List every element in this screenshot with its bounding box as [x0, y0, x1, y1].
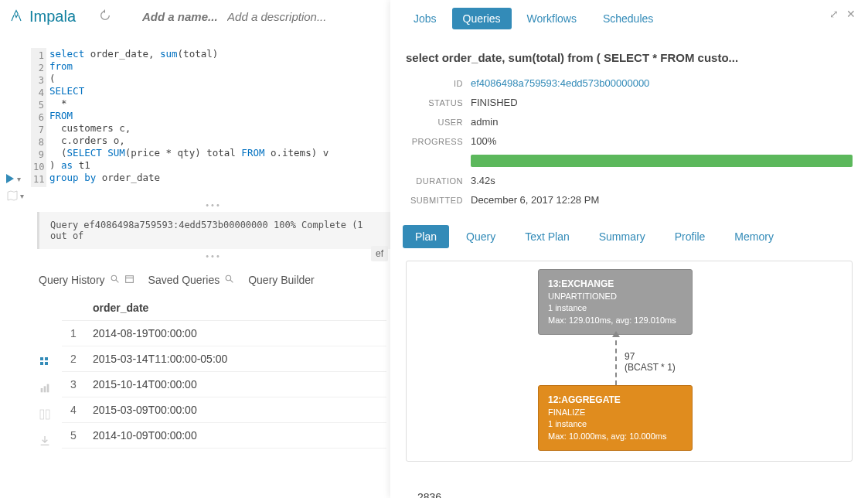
svg-point-0 — [111, 275, 117, 281]
detail-subtabs: Plan Query Text Plan Summary Profile Mem… — [390, 213, 868, 254]
line-gutter: 1234567891011 — [31, 48, 46, 187]
query-detail-panel: Jobs Queries Workflows Schedules ⤢ ✕ sel… — [390, 0, 868, 498]
tab-queries[interactable]: Queries — [452, 8, 512, 29]
download-icon[interactable] — [39, 435, 51, 450]
svg-rect-9 — [45, 362, 48, 365]
expand-icon[interactable]: ⤢ — [829, 8, 839, 20]
code-area[interactable]: select order_date, sum(total) from ( SEL… — [49, 48, 390, 184]
query-id-chip[interactable]: ef — [371, 246, 388, 261]
chevron-down-icon: ▾ — [20, 192, 24, 200]
col-header[interactable]: order_date — [85, 295, 386, 321]
tab-query-history[interactable]: Query History — [39, 271, 134, 289]
description-input[interactable] — [227, 10, 343, 23]
app-header: Impala — [0, 0, 390, 32]
results-table: order_date 12014-08-19T00:00:0022015-03-… — [62, 295, 386, 449]
map-icon — [6, 189, 19, 202]
columns-icon[interactable] — [39, 408, 51, 424]
run-controls: ▾ ▾ — [6, 174, 24, 202]
table-row[interactable]: 52014-10-09T00:00:00 — [62, 423, 386, 449]
status-value: FINISHED — [471, 97, 518, 108]
table-row[interactable]: 32015-10-14T00:00:00 — [62, 372, 386, 397]
svg-rect-11 — [44, 386, 46, 392]
search-icon[interactable] — [224, 274, 234, 286]
play-icon — [6, 174, 14, 183]
svg-rect-2 — [125, 276, 133, 283]
svg-rect-6 — [40, 357, 43, 360]
user-value: admin — [471, 116, 498, 128]
tab-schedules[interactable]: Schedules — [592, 8, 664, 29]
progress-bar — [471, 155, 853, 167]
run-button[interactable]: ▾ — [6, 174, 24, 183]
plan-graph[interactable]: 13:EXCHANGE UNPARTITIONED 1 instance Max… — [406, 261, 853, 462]
editor-panel: Impala 1234567891011 select order_date, … — [0, 0, 390, 498]
subtab-memory[interactable]: Memory — [722, 225, 786, 248]
svg-rect-10 — [41, 388, 43, 392]
tab-query-builder[interactable]: Query Builder — [248, 271, 315, 289]
drag-handle[interactable]: ••• — [37, 249, 390, 263]
query-metadata: IDef4086498a759593:4edd573b00000000 STAT… — [390, 70, 868, 213]
app-title: Impala — [29, 8, 76, 26]
progress-value: 100% — [471, 135, 496, 147]
plan-node-exchange[interactable]: 13:EXCHANGE UNPARTITIONED 1 instance Max… — [538, 269, 693, 335]
subtab-summary[interactable]: Summary — [587, 225, 658, 248]
plan-node-aggregate[interactable]: 12:AGGREGATE FINALIZE 1 instance Max: 10… — [538, 385, 693, 451]
tab-workflows[interactable]: Workflows — [516, 8, 587, 29]
subtab-textplan[interactable]: Text Plan — [512, 225, 582, 248]
table-row[interactable]: 22015-03-14T11:00:00-05:00 — [62, 346, 386, 372]
result-count: 2836 — [417, 491, 441, 498]
tab-saved-queries[interactable]: Saved Queries — [148, 271, 235, 289]
impala-icon — [9, 9, 23, 23]
grid-icon[interactable] — [39, 356, 51, 371]
query-status-text: Query ef4086498a759593:4edd573b00000000 … — [37, 212, 390, 249]
svg-line-1 — [116, 280, 118, 282]
svg-rect-14 — [46, 410, 49, 419]
submitted-value: December 6, 2017 12:28 PM — [471, 194, 599, 206]
search-icon[interactable] — [110, 274, 120, 286]
query-title: select order_date, sum(total) from ( SEL… — [390, 37, 868, 70]
subtab-profile[interactable]: Profile — [662, 225, 718, 248]
query-id-link[interactable]: ef4086498a759593:4edd573b00000000 — [471, 77, 649, 89]
calendar-icon[interactable] — [124, 274, 134, 286]
svg-rect-13 — [40, 410, 44, 419]
subtab-plan[interactable]: Plan — [403, 225, 449, 248]
refresh-icon[interactable] — [99, 9, 111, 24]
edge-label: 97 (BCAST * 1) — [625, 351, 676, 373]
result-view-icons — [39, 356, 51, 450]
drag-handle[interactable]: ••• — [37, 198, 390, 212]
panel-tabs: Jobs Queries Workflows Schedules ⤢ ✕ — [390, 0, 868, 37]
close-icon[interactable]: ✕ — [846, 8, 856, 20]
tab-jobs[interactable]: Jobs — [403, 8, 448, 29]
svg-point-4 — [226, 275, 231, 281]
table-row[interactable]: 42015-03-09T00:00:00 — [62, 397, 386, 423]
duration-value: 3.42s — [471, 175, 495, 186]
lower-tabs: Query History Saved Queries Query Builde… — [39, 271, 390, 289]
chart-icon[interactable] — [39, 382, 51, 397]
svg-rect-12 — [47, 384, 49, 393]
chevron-down-icon: ▾ — [17, 175, 21, 183]
svg-rect-8 — [40, 362, 43, 365]
sql-editor[interactable]: 1234567891011 select order_date, sum(tot… — [31, 48, 390, 184]
svg-line-5 — [230, 280, 233, 282]
subtab-query[interactable]: Query — [454, 225, 508, 248]
plan-edge — [615, 333, 617, 385]
save-menu[interactable]: ▾ — [6, 189, 24, 202]
name-input[interactable] — [142, 10, 227, 23]
svg-rect-7 — [45, 357, 48, 360]
table-row[interactable]: 12014-08-19T00:00:00 — [62, 321, 386, 346]
